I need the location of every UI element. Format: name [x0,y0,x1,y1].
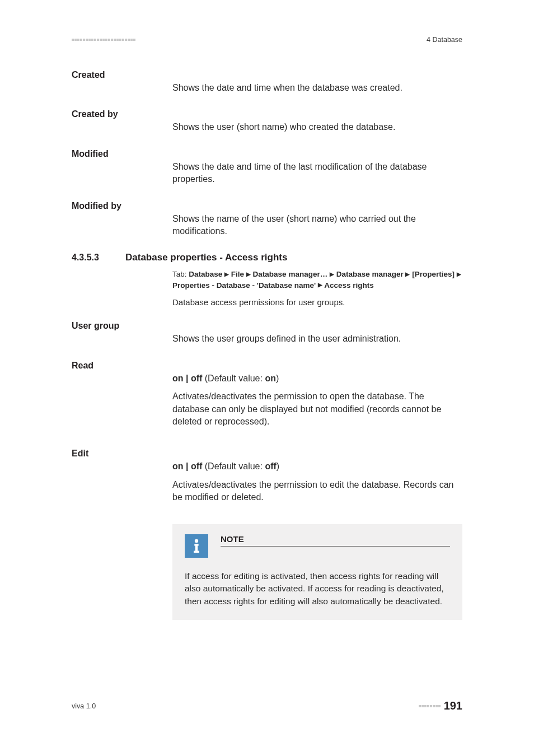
def-term: Modified by [72,200,172,238]
def-modified: Modified Shows the date and time of the … [72,148,462,186]
onoff-paren-open: (Default value: [202,374,265,383]
header-dots-icon [72,39,135,41]
page-header: 4 Database [72,36,462,44]
def-term: User group [72,320,172,345]
edit-description: Activates/deactivates the permission to … [172,479,462,504]
svg-point-0 [195,539,198,542]
note-box: NOTE If access for editing is activated,… [172,524,462,620]
onoff-default: on [265,374,276,383]
page-footer: viva 1.0 191 [72,699,462,712]
onoff-paren-close: ) [277,461,279,471]
def-read: Read on | off (Default value: on) Activa… [72,360,462,434]
subsection-number: 4.3.5.3 [72,253,125,263]
def-body: Shows the user (short name) who created … [172,109,462,133]
subsection-heading: 4.3.5.3 Database properties - Access rig… [72,252,462,263]
def-term: Created [72,69,172,94]
onoff-paren-close: ) [276,374,279,383]
def-created: Created Shows the date and time when the… [72,69,462,94]
def-body: Shows the date and time of the last modi… [172,148,462,186]
onoff-options: on | off [172,461,202,471]
subsection-body: Tab: Database ▶ File ▶ Database manager…… [172,269,462,308]
footer-dots-icon [419,705,441,707]
onoff-paren-open: (Default value: [202,461,265,471]
def-body: Shows the name of the user (short name) … [172,200,462,238]
note-text: If access for editing is activated, then… [185,570,450,608]
page-number: 191 [444,699,462,712]
def-modified-by: Modified by Shows the name of the user (… [72,200,462,238]
onoff-default: off [265,461,276,471]
svg-rect-2 [195,544,198,552]
footer-product: viva 1.0 [72,702,96,710]
info-icon [185,534,208,558]
header-section-title: 4 Database [427,36,462,44]
tab-path: Database ▶ File ▶ Database manager… ▶ Da… [172,270,461,290]
def-term: Created by [72,109,172,133]
def-term: Edit [72,448,172,509]
tab-prefix: Tab: [172,270,189,278]
onoff-options: on | off [172,374,202,383]
def-term: Modified [72,148,172,186]
def-term: Read [72,360,172,434]
def-created-by: Created by Shows the user (short name) w… [72,109,462,133]
subsection-title: Database properties - Access rights [125,252,287,263]
def-body: on | off (Default value: on) Activates/d… [172,360,462,434]
def-body: Shows the user groups defined in the use… [172,320,462,345]
def-body: Shows the date and time when the databas… [172,69,462,94]
def-body: on | off (Default value: off) Activates/… [172,448,462,509]
read-description: Activates/deactivates the permission to … [172,390,462,428]
def-user-group: User group Shows the user groups defined… [72,320,462,345]
def-edit: Edit on | off (Default value: off) Activ… [72,448,462,509]
note-title: NOTE [221,534,450,547]
svg-rect-3 [194,550,199,553]
subsection-intro: Database access permissions for user gro… [172,296,462,308]
